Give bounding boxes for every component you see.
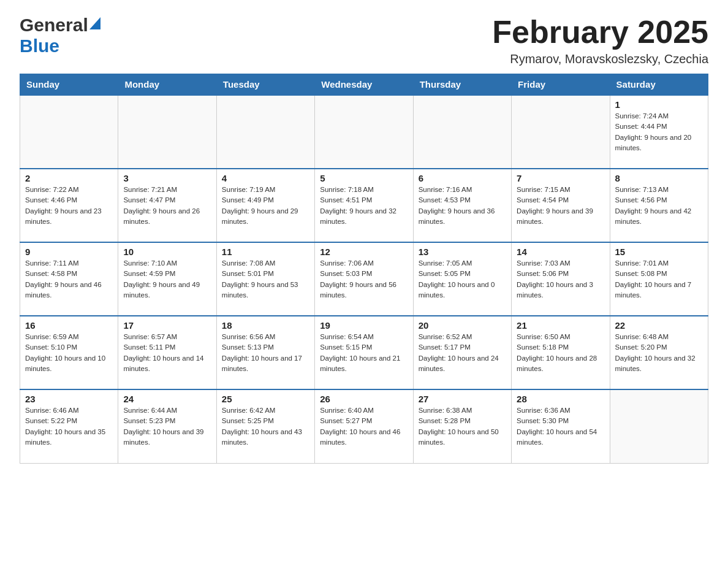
day-info: Sunrise: 6:36 AMSunset: 5:30 PMDaylight:… — [517, 405, 604, 448]
calendar-cell: 28Sunrise: 6:36 AMSunset: 5:30 PMDayligh… — [512, 389, 610, 463]
day-info: Sunrise: 6:46 AMSunset: 5:22 PMDaylight:… — [25, 405, 113, 448]
calendar-cell: 26Sunrise: 6:40 AMSunset: 5:27 PMDayligh… — [315, 389, 413, 463]
day-info: Sunrise: 7:15 AMSunset: 4:54 PMDaylight:… — [517, 185, 604, 227]
calendar-table: SundayMondayTuesdayWednesdayThursdayFrid… — [20, 74, 708, 464]
calendar-header-row: SundayMondayTuesdayWednesdayThursdayFrid… — [20, 74, 708, 96]
calendar-cell — [413, 95, 511, 169]
day-info: Sunrise: 6:44 AMSunset: 5:23 PMDaylight:… — [123, 405, 211, 448]
calendar-cell: 15Sunrise: 7:01 AMSunset: 5:08 PMDayligh… — [610, 242, 708, 316]
calendar-cell: 24Sunrise: 6:44 AMSunset: 5:23 PMDayligh… — [118, 389, 216, 463]
day-number: 12 — [320, 247, 408, 257]
day-number: 9 — [25, 247, 113, 257]
day-info: Sunrise: 7:03 AMSunset: 5:06 PMDaylight:… — [517, 258, 604, 301]
logo-general-text: General — [20, 15, 88, 36]
title-section: February 2025 Rymarov, Moravskoslezsky, … — [492, 15, 708, 66]
day-number: 5 — [320, 173, 408, 183]
day-info: Sunrise: 7:19 AMSunset: 4:49 PMDaylight:… — [222, 185, 309, 227]
day-number: 17 — [123, 320, 211, 331]
calendar-cell — [315, 95, 413, 169]
calendar-cell: 6Sunrise: 7:16 AMSunset: 4:53 PMDaylight… — [413, 169, 511, 242]
calendar-cell: 4Sunrise: 7:19 AMSunset: 4:49 PMDaylight… — [216, 169, 314, 242]
calendar-cell: 20Sunrise: 6:52 AMSunset: 5:17 PMDayligh… — [413, 316, 511, 389]
day-info: Sunrise: 6:54 AMSunset: 5:15 PMDaylight:… — [320, 332, 408, 374]
calendar-cell — [216, 95, 314, 169]
calendar-week-row: 23Sunrise: 6:46 AMSunset: 5:22 PMDayligh… — [20, 389, 708, 463]
weekday-header-tuesday: Tuesday — [216, 74, 314, 96]
day-number: 2 — [25, 173, 113, 183]
location-text: Rymarov, Moravskoslezsky, Czechia — [492, 52, 708, 66]
day-info: Sunrise: 7:13 AMSunset: 4:56 PMDaylight:… — [615, 185, 703, 227]
day-number: 16 — [25, 320, 113, 331]
calendar-cell: 3Sunrise: 7:21 AMSunset: 4:47 PMDaylight… — [118, 169, 216, 242]
calendar-cell: 1Sunrise: 7:24 AMSunset: 4:44 PMDaylight… — [610, 95, 708, 169]
calendar-cell: 2Sunrise: 7:22 AMSunset: 4:46 PMDaylight… — [20, 169, 118, 242]
calendar-week-row: 9Sunrise: 7:11 AMSunset: 4:58 PMDaylight… — [20, 242, 708, 316]
day-info: Sunrise: 7:01 AMSunset: 5:08 PMDaylight:… — [615, 258, 703, 301]
calendar-cell: 10Sunrise: 7:10 AMSunset: 4:59 PMDayligh… — [118, 242, 216, 316]
day-info: Sunrise: 6:50 AMSunset: 5:18 PMDaylight:… — [517, 332, 604, 374]
day-info: Sunrise: 6:57 AMSunset: 5:11 PMDaylight:… — [123, 332, 211, 374]
day-number: 6 — [419, 173, 506, 183]
calendar-cell: 14Sunrise: 7:03 AMSunset: 5:06 PMDayligh… — [512, 242, 610, 316]
calendar-cell: 19Sunrise: 6:54 AMSunset: 5:15 PMDayligh… — [315, 316, 413, 389]
day-number: 22 — [615, 320, 703, 331]
day-number: 11 — [222, 247, 309, 257]
day-number: 19 — [320, 320, 408, 331]
day-number: 7 — [517, 173, 604, 183]
day-number: 25 — [222, 394, 309, 404]
day-info: Sunrise: 6:59 AMSunset: 5:10 PMDaylight:… — [25, 332, 113, 374]
day-number: 23 — [25, 394, 113, 404]
calendar-cell: 21Sunrise: 6:50 AMSunset: 5:18 PMDayligh… — [512, 316, 610, 389]
calendar-cell: 16Sunrise: 6:59 AMSunset: 5:10 PMDayligh… — [20, 316, 118, 389]
day-number: 3 — [123, 173, 211, 183]
day-info: Sunrise: 6:56 AMSunset: 5:13 PMDaylight:… — [222, 332, 309, 374]
logo: General Blue — [20, 15, 100, 56]
day-info: Sunrise: 7:10 AMSunset: 4:59 PMDaylight:… — [123, 258, 211, 301]
logo-arrow-icon — [89, 17, 100, 32]
day-info: Sunrise: 7:24 AMSunset: 4:44 PMDaylight:… — [615, 111, 703, 153]
day-info: Sunrise: 6:40 AMSunset: 5:27 PMDaylight:… — [320, 405, 408, 448]
calendar-cell: 5Sunrise: 7:18 AMSunset: 4:51 PMDaylight… — [315, 169, 413, 242]
day-info: Sunrise: 7:16 AMSunset: 4:53 PMDaylight:… — [419, 185, 506, 227]
calendar-cell: 18Sunrise: 6:56 AMSunset: 5:13 PMDayligh… — [216, 316, 314, 389]
logo-blue-text: Blue — [20, 36, 59, 56]
weekday-header-friday: Friday — [512, 74, 610, 96]
day-number: 4 — [222, 173, 309, 183]
day-number: 1 — [615, 99, 703, 110]
calendar-cell — [118, 95, 216, 169]
weekday-header-saturday: Saturday — [610, 74, 708, 96]
calendar-cell — [20, 95, 118, 169]
weekday-header-thursday: Thursday — [413, 74, 511, 96]
calendar-cell: 23Sunrise: 6:46 AMSunset: 5:22 PMDayligh… — [20, 389, 118, 463]
calendar-cell: 12Sunrise: 7:06 AMSunset: 5:03 PMDayligh… — [315, 242, 413, 316]
calendar-week-row: 1Sunrise: 7:24 AMSunset: 4:44 PMDaylight… — [20, 95, 708, 169]
day-number: 21 — [517, 320, 604, 331]
calendar-cell: 8Sunrise: 7:13 AMSunset: 4:56 PMDaylight… — [610, 169, 708, 242]
month-title: February 2025 — [492, 15, 708, 50]
day-number: 28 — [517, 394, 604, 404]
svg-marker-0 — [89, 17, 100, 29]
calendar-cell: 11Sunrise: 7:08 AMSunset: 5:01 PMDayligh… — [216, 242, 314, 316]
day-info: Sunrise: 7:08 AMSunset: 5:01 PMDaylight:… — [222, 258, 309, 301]
calendar-cell: 9Sunrise: 7:11 AMSunset: 4:58 PMDaylight… — [20, 242, 118, 316]
day-info: Sunrise: 7:05 AMSunset: 5:05 PMDaylight:… — [419, 258, 506, 301]
weekday-header-sunday: Sunday — [20, 74, 118, 96]
day-number: 10 — [123, 247, 211, 257]
calendar-cell: 7Sunrise: 7:15 AMSunset: 4:54 PMDaylight… — [512, 169, 610, 242]
day-info: Sunrise: 7:18 AMSunset: 4:51 PMDaylight:… — [320, 185, 408, 227]
calendar-cell: 25Sunrise: 6:42 AMSunset: 5:25 PMDayligh… — [216, 389, 314, 463]
day-info: Sunrise: 7:11 AMSunset: 4:58 PMDaylight:… — [25, 258, 113, 301]
calendar-cell — [512, 95, 610, 169]
day-info: Sunrise: 6:48 AMSunset: 5:20 PMDaylight:… — [615, 332, 703, 374]
day-number: 26 — [320, 394, 408, 404]
weekday-header-monday: Monday — [118, 74, 216, 96]
day-info: Sunrise: 7:22 AMSunset: 4:46 PMDaylight:… — [25, 185, 113, 227]
calendar-week-row: 2Sunrise: 7:22 AMSunset: 4:46 PMDaylight… — [20, 169, 708, 242]
day-number: 15 — [615, 247, 703, 257]
day-number: 20 — [419, 320, 506, 331]
day-info: Sunrise: 6:38 AMSunset: 5:28 PMDaylight:… — [419, 405, 506, 448]
calendar-cell: 17Sunrise: 6:57 AMSunset: 5:11 PMDayligh… — [118, 316, 216, 389]
day-info: Sunrise: 6:42 AMSunset: 5:25 PMDaylight:… — [222, 405, 309, 448]
calendar-cell: 27Sunrise: 6:38 AMSunset: 5:28 PMDayligh… — [413, 389, 511, 463]
day-number: 24 — [123, 394, 211, 404]
